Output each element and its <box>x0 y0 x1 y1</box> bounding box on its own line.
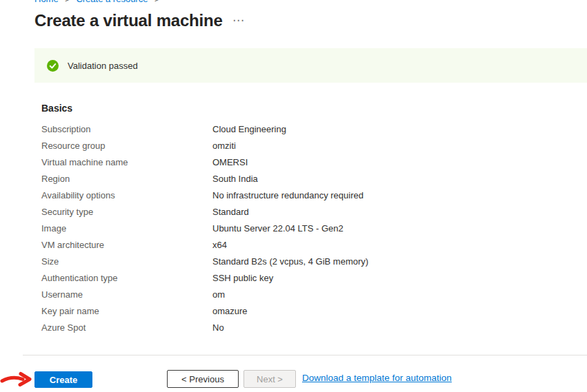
row-label: Image <box>41 220 212 237</box>
row-label: Resource group <box>41 138 212 154</box>
row-label: Region <box>41 171 212 187</box>
row-value: omziti <box>212 138 236 154</box>
row-label: Virtual machine name <box>41 154 212 171</box>
row-label: Security type <box>41 204 212 220</box>
row-label: Subscription <box>41 121 212 138</box>
more-actions-icon[interactable]: ⋯ <box>232 13 245 28</box>
create-button[interactable]: Create <box>34 371 92 388</box>
check-circle-icon <box>47 60 59 72</box>
row-value: OMERSI <box>212 154 248 171</box>
breadcrumb: Home > Create a resource > <box>34 0 310 5</box>
section-title-basics: Basics <box>41 103 72 114</box>
breadcrumb-separator: > <box>155 0 159 3</box>
summary-row-size: Size Standard B2s (2 vcpus, 4 GiB memory… <box>41 254 573 270</box>
breadcrumb-link-home[interactable]: Home <box>34 0 59 4</box>
summary-row-security-type: Security type Standard <box>41 204 573 220</box>
row-label: Availability options <box>41 187 212 204</box>
summary-row-vm-architecture: VM architecture x64 <box>41 237 573 254</box>
validation-banner: Validation passed <box>34 48 587 83</box>
create-vm-review-page: Home > Create a resource > Create a virt… <box>0 0 587 392</box>
page-title: Create a virtual machine <box>34 11 223 30</box>
row-value: No <box>212 320 224 336</box>
summary-row-vm-name: Virtual machine name OMERSI <box>41 154 573 171</box>
summary-row-subscription: Subscription Cloud Engineering <box>41 121 573 138</box>
next-button[interactable]: Next > <box>243 370 296 388</box>
row-label: Username <box>41 287 212 303</box>
summary-row-image: Image Ubuntu Server 22.04 LTS - Gen2 <box>41 220 573 237</box>
download-template-link[interactable]: Download a template for automation <box>302 373 452 383</box>
summary-row-username: Username om <box>41 287 573 303</box>
validation-message: Validation passed <box>68 61 138 71</box>
footer-divider <box>23 355 587 355</box>
row-value: om <box>212 287 225 303</box>
red-arrow-annotation <box>0 370 34 389</box>
row-value: omazure <box>212 303 248 320</box>
row-value: Standard B2s (2 vcpus, 4 GiB memory) <box>212 254 368 270</box>
previous-button[interactable]: < Previous <box>167 370 239 388</box>
row-label: VM architecture <box>41 237 212 254</box>
row-value: No infrastructure redundancy required <box>212 187 364 204</box>
summary-row-resource-group: Resource group omziti <box>41 138 573 154</box>
summary-row-region: Region South India <box>41 171 573 187</box>
row-value: South India <box>212 171 258 187</box>
row-value: x64 <box>212 237 227 254</box>
row-value: Ubuntu Server 22.04 LTS - Gen2 <box>212 220 344 237</box>
row-label: Size <box>41 254 212 270</box>
summary-row-key-pair-name: Key pair name omazure <box>41 303 573 320</box>
summary-row-authentication-type: Authentication type SSH public key <box>41 270 573 287</box>
row-value: Standard <box>212 204 249 220</box>
basics-summary-table: Subscription Cloud Engineering Resource … <box>41 121 573 336</box>
row-label: Authentication type <box>41 270 212 287</box>
row-value: SSH public key <box>212 270 273 287</box>
row-label: Key pair name <box>41 303 212 320</box>
summary-row-availability-options: Availability options No infrastructure r… <box>41 187 573 204</box>
summary-row-azure-spot: Azure Spot No <box>41 320 573 336</box>
row-value: Cloud Engineering <box>212 121 286 138</box>
breadcrumb-link-create-a-resource[interactable]: Create a resource <box>76 0 148 4</box>
row-label: Azure Spot <box>41 320 212 336</box>
breadcrumb-separator: > <box>65 0 69 3</box>
